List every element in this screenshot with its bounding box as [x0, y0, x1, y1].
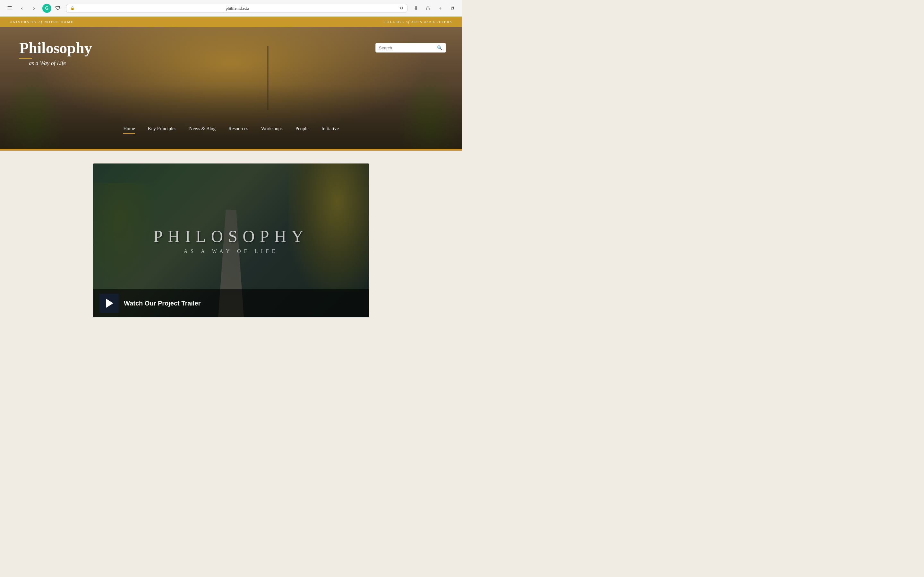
forward-button[interactable]: › — [29, 4, 39, 13]
lock-icon: 🔒 — [70, 6, 75, 10]
search-input[interactable] — [379, 45, 435, 50]
new-tab-button[interactable]: + — [436, 4, 445, 13]
site-logo: Philosophy as a Way of Life — [19, 40, 92, 67]
download-button[interactable]: ⬇ — [411, 4, 420, 13]
university-name: UNIVERSITY of NOTRE DAME — [10, 20, 73, 24]
video-title-main: PHILOSOPHY — [153, 227, 309, 246]
browser-controls: ☰ ‹ › — [5, 4, 39, 13]
extension-icons: G 🛡 — [42, 4, 62, 13]
hero-section: Philosophy as a Way of Life 🔍 Home Key P… — [0, 27, 462, 149]
shield-icon[interactable]: 🛡 — [53, 4, 62, 13]
sidebar-toggle-button[interactable]: ☰ — [5, 4, 14, 13]
reload-button[interactable]: ↻ — [400, 6, 403, 11]
tabs-button[interactable]: ⧉ — [448, 4, 457, 13]
college-name: COLLEGE of ARTS and LETTERS — [384, 20, 452, 24]
video-title-sub: AS A WAY OF LIFE — [153, 248, 309, 254]
play-triangle-icon — [106, 299, 113, 308]
video-section: PHILOSOPHY AS A WAY OF LIFE Watch Our Pr… — [93, 163, 369, 318]
address-bar[interactable]: 🔒 philife.nd.edu ↻ — [66, 4, 407, 13]
url-text: philife.nd.edu — [78, 6, 397, 11]
hero-silhouette — [0, 85, 462, 149]
site-subtitle: as a Way of Life — [19, 60, 92, 67]
play-button[interactable] — [99, 293, 119, 313]
grammarly-icon[interactable]: G — [42, 4, 51, 13]
share-button[interactable]: ⎙ — [423, 4, 433, 13]
nd-top-bar: UNIVERSITY of NOTRE DAME COLLEGE of ARTS… — [0, 17, 462, 27]
watch-label: Watch Our Project Trailer — [124, 300, 200, 307]
main-content: PHILOSOPHY AS A WAY OF LIFE Watch Our Pr… — [0, 151, 462, 330]
video-text-overlay: PHILOSOPHY AS A WAY OF LIFE — [153, 227, 309, 254]
site-title: Philosophy — [19, 40, 92, 57]
video-bottom-bar: Watch Our Project Trailer — [93, 289, 369, 318]
nav-news-blog[interactable]: News & Blog — [189, 126, 216, 133]
browser-chrome: ☰ ‹ › G 🛡 🔒 philife.nd.edu ↻ ⬇ ⎙ + ⧉ — [0, 0, 462, 17]
nav-resources[interactable]: Resources — [228, 126, 248, 133]
nav-home[interactable]: Home — [123, 126, 135, 133]
nav-initiative[interactable]: Initiative — [321, 126, 339, 133]
video-thumbnail: PHILOSOPHY AS A WAY OF LIFE Watch Our Pr… — [93, 163, 369, 318]
search-field-container[interactable]: 🔍 — [375, 43, 446, 53]
nav-people[interactable]: People — [296, 126, 309, 133]
main-navigation: Home Key Principles News & Blog Resource… — [0, 126, 462, 133]
logo-gold-line — [19, 58, 32, 59]
browser-actions: ⬇ ⎙ + ⧉ — [411, 4, 457, 13]
hero-search: 🔍 — [375, 43, 446, 53]
search-submit-button[interactable]: 🔍 — [437, 45, 443, 50]
nav-workshops[interactable]: Workshops — [261, 126, 283, 133]
back-button[interactable]: ‹ — [17, 4, 26, 13]
nav-key-principles[interactable]: Key Principles — [148, 126, 176, 133]
